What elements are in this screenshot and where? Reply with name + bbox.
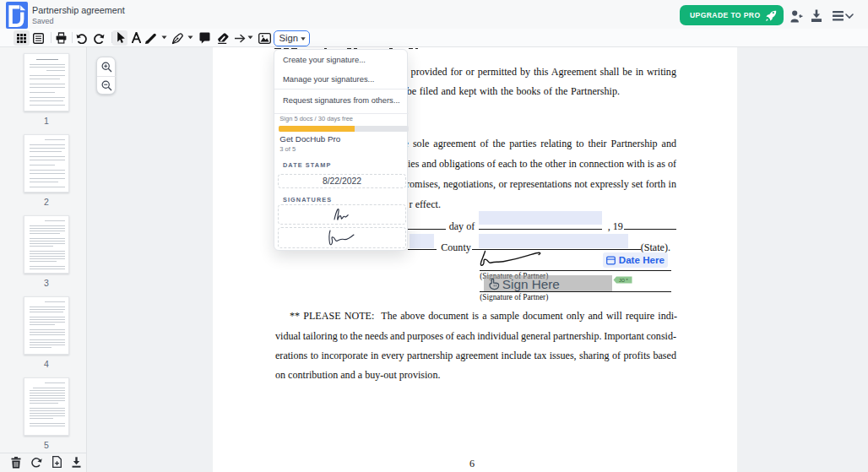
svg-text:JO *: JO * <box>619 278 628 283</box>
